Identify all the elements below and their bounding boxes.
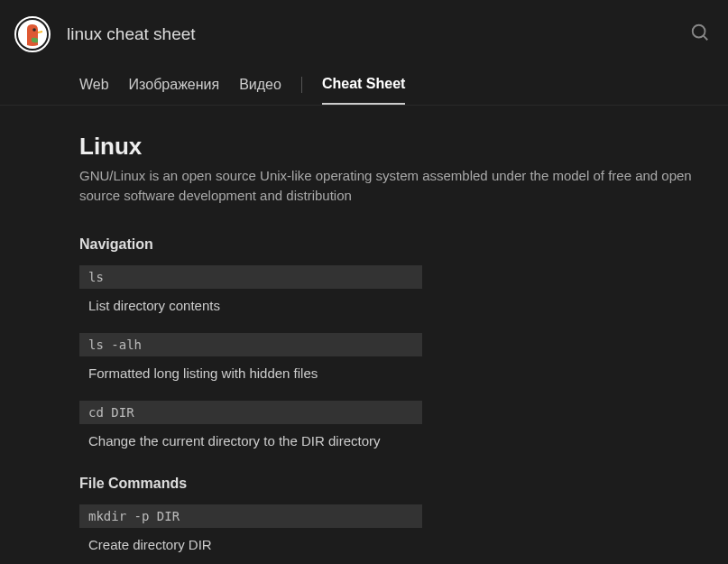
page-title: Linux	[79, 133, 701, 161]
cheat-desc: List directory contents	[79, 296, 422, 315]
cheat-code: ls -alh	[79, 333, 422, 356]
search-icon[interactable]	[690, 23, 710, 46]
page-subtitle: GNU/Linux is an open source Unix-like op…	[79, 166, 701, 206]
cheat-item: mkdir -p DIR Create directory DIR	[79, 504, 701, 554]
svg-point-3	[693, 25, 705, 38]
section-heading-file-commands: File Commands	[79, 476, 701, 492]
tab-cheatsheet[interactable]: Cheat Sheet	[322, 70, 405, 105]
duckduckgo-icon	[14, 16, 51, 52]
search-header	[0, 0, 728, 61]
cheat-item: ls List directory contents	[79, 265, 701, 315]
cheat-desc: Change the current directory to the DIR …	[79, 431, 422, 450]
svg-line-4	[704, 36, 708, 41]
result-tabs: Web Изображения Видео Cheat Sheet	[0, 61, 728, 106]
cheat-code: ls	[79, 265, 422, 289]
tab-video[interactable]: Видео	[239, 71, 281, 104]
main-content: Linux GNU/Linux is an open source Unix-l…	[0, 106, 728, 564]
tab-web[interactable]: Web	[79, 71, 109, 104]
cheat-desc: Create directory DIR	[79, 535, 422, 554]
search-bar	[67, 23, 710, 46]
search-input[interactable]	[67, 24, 690, 44]
cheat-item: ls -alh Formatted long listing with hidd…	[79, 333, 701, 383]
cheat-desc: Formatted long listing with hidden files	[79, 364, 422, 383]
svg-point-2	[32, 28, 36, 32]
cheat-code: cd DIR	[79, 401, 422, 424]
tab-images[interactable]: Изображения	[129, 71, 220, 104]
cheat-code: mkdir -p DIR	[79, 504, 422, 528]
duckduckgo-logo[interactable]	[14, 16, 51, 52]
tab-divider	[301, 77, 302, 93]
section-heading-navigation: Navigation	[79, 236, 701, 253]
cheat-item: cd DIR Change the current directory to t…	[79, 401, 701, 450]
